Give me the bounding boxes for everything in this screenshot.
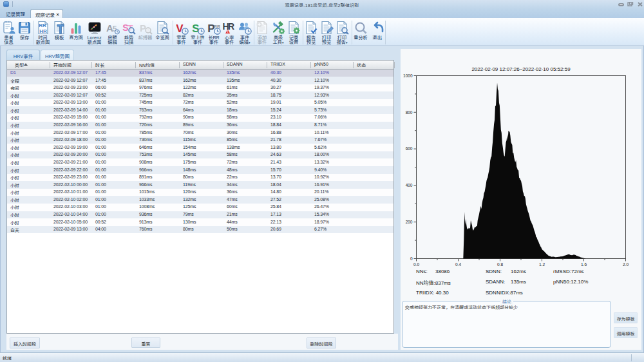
svg-text:800: 800 bbox=[406, 110, 413, 115]
svg-text:1.6: 1.6 bbox=[581, 262, 587, 267]
svg-text:S: S bbox=[192, 23, 199, 35]
svg-text:HR: HR bbox=[39, 28, 47, 34]
svg-text:400: 400 bbox=[406, 183, 413, 187]
svg-text:!: ! bbox=[227, 30, 229, 33]
svg-text:200: 200 bbox=[406, 220, 413, 224]
svg-text:0.4: 0.4 bbox=[455, 262, 461, 267]
svg-text:1.2: 1.2 bbox=[539, 262, 545, 267]
svg-text:600: 600 bbox=[406, 146, 413, 151]
svg-text:1000: 1000 bbox=[403, 73, 413, 78]
svg-text:0.0: 0.0 bbox=[413, 262, 419, 267]
svg-text:2.0: 2.0 bbox=[623, 262, 629, 267]
svg-text:0.8: 0.8 bbox=[497, 262, 503, 267]
svg-text:0: 0 bbox=[410, 256, 413, 261]
